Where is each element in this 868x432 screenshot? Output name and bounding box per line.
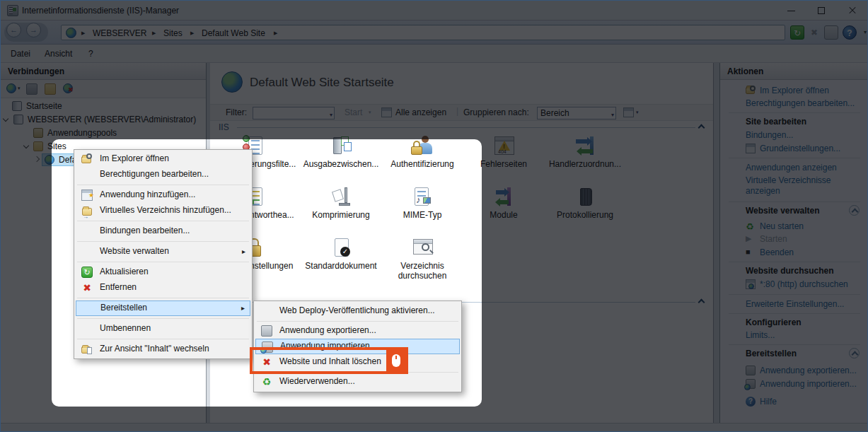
refresh-page-icon[interactable]: ↻ [790,25,804,40]
logging-icon[interactable] [574,186,597,209]
submenu-item-export-application[interactable]: Anwendung exportieren... [255,323,460,339]
tree-item-startseite[interactable]: Startseite [1,100,206,113]
action-start: Starten [760,234,787,244]
tree-item-webserver[interactable]: WEBSERVER (WEBSERVER\Administrator) [1,113,206,127]
action-view-applications[interactable]: Anwendungen anzeigen [746,163,837,173]
import-application-icon [746,379,756,389]
feature-modules[interactable]: Module [461,210,546,220]
collapse-group-icon[interactable] [698,124,705,132]
menu-ansicht[interactable]: Ansicht [45,49,72,59]
compression-icon[interactable] [330,186,353,209]
group-by-select[interactable]: Bereich▾ [537,107,616,119]
view-mode-icon[interactable] [623,107,634,117]
menu-item-remove[interactable]: ✖ Entfernen [76,280,250,296]
help-dropdown-arrow-icon[interactable]: ▾ [858,25,868,40]
section-configure: Konfigurieren [746,317,802,327]
breadcrumb-default-web-site[interactable]: Default Web Site [202,28,265,38]
tree-item-anwendungspools[interactable]: Anwendungspools [1,127,206,140]
expander-icon[interactable] [3,116,8,122]
breadcrumb-sites[interactable]: Sites [163,28,183,38]
collapse-group-icon[interactable] [698,299,705,306]
menu-item-open-explorer[interactable]: Im Explorer öffnen [76,151,250,167]
go-dropdown-icon: ▾ [369,110,371,115]
feature-handler-mappings[interactable]: Handlerzuordnun... [543,159,627,169]
menu-item-refresh[interactable]: ↻ Aktualisieren [76,264,250,280]
breadcrumb-arrow-icon: ▶ [190,30,194,36]
menu-item-add-application[interactable]: ★ Anwendung hinzufügen... [76,187,250,203]
action-bindings[interactable]: Bindungen... [746,130,793,140]
globe-icon [66,28,76,38]
feature-directory-browsing[interactable]: Verzeichnis durchsuchen [380,261,465,281]
start-icon: ▶ [746,234,756,244]
filter-go-button: Start [345,107,362,117]
action-edit-permissions[interactable]: Berechtigungen bearbeiten... [746,98,855,108]
filter-input[interactable]: ▾ [253,107,335,119]
action-view-virtual-dirs[interactable]: Virtuelle Verzeichnisse anzeigen [746,175,859,197]
submenu-item-recycle[interactable]: ♻ Wiederverwenden... [255,374,460,390]
show-all-button[interactable]: Alle anzeigen [395,107,446,117]
menu-item-edit-permissions[interactable]: Berechtigungen bearbeiten... [76,167,250,182]
content-view-icon [81,344,93,355]
annotation-badge [386,350,405,371]
action-import-app[interactable]: Anwendung importieren... [760,379,857,389]
output-caching-icon[interactable] [330,135,353,158]
action-stop[interactable]: Beenden [760,247,794,257]
view-mode-dropdown-icon[interactable]: ▾ [636,110,639,115]
submenu-item-enable-webdeploy[interactable]: Web Deploy-Veröffentlichung aktivieren..… [255,303,460,319]
default-document-icon[interactable]: ✓ [330,237,353,259]
export-application-icon [261,325,272,337]
back-button[interactable]: ← [6,23,21,37]
modules-icon[interactable] [493,186,516,209]
feature-logging[interactable]: Protokollierung [543,210,627,220]
feature-mime-types[interactable]: MIME-Typ [380,210,465,220]
app-icon [7,5,18,16]
authentication-icon[interactable] [412,135,434,158]
mime-types-icon[interactable]: ♪ [412,186,434,209]
breadcrumb-webserver[interactable]: WEBSERVER [93,28,146,38]
action-browse-80[interactable]: *:80 (http) durchsuchen [760,279,848,289]
action-limits[interactable]: Limits... [746,330,775,340]
action-basic-settings[interactable]: Grundeinstellungen... [760,144,840,153]
collapse-section-icon[interactable] [849,205,860,216]
close-button[interactable] [836,1,868,21]
feature-authentication[interactable]: Authentifizierung [380,159,465,169]
feature-output-caching[interactable]: Ausgabezwischen... [299,159,383,169]
error-pages-icon[interactable]: 404 [493,135,516,158]
collapse-section-icon[interactable] [849,348,860,358]
expander-icon[interactable] [23,143,29,148]
action-advanced-settings[interactable]: Erweiterte Einstellungen... [746,299,844,309]
mouse-icon [392,354,400,367]
action-help[interactable]: Hilfe [760,397,777,407]
feature-compression[interactable]: Komprimierung [299,210,383,220]
feature-error-pages[interactable]: Fehlerseiten [461,159,546,169]
minimize-button[interactable] [775,1,807,21]
forward-button[interactable]: → [26,23,41,37]
explorer-search-icon [81,153,93,165]
create-connection-icon[interactable]: ▾ [6,83,18,95]
stop-refresh-icon: ✖ [807,25,821,40]
menu-help[interactable]: ? [88,49,93,59]
action-open-explorer[interactable]: Im Explorer öffnen [760,86,829,95]
menu-item-rename[interactable]: Umbenennen [76,321,250,337]
breadcrumb-arrow-icon: ▶ [152,30,156,36]
menu-item-add-virtual-directory[interactable]: → Virtuelles Verzeichnis hinzufügen... [76,203,250,218]
menu-item-deploy[interactable]: Bereitstellen ▸ [76,300,250,316]
handler-mappings-icon[interactable] [574,135,597,158]
address-bar[interactable]: ▶ WEBSERVER ▶ Sites ▶ Default Web Site ▶ [61,25,785,40]
menu-item-manage-website[interactable]: Website verwalten ▸ [76,244,250,259]
iis-manager-window: Internetinformationsdienste (IIS)-Manage… [0,0,868,432]
disconnect-icon[interactable]: ✖ [63,83,74,95]
menu-item-edit-bindings[interactable]: Bindungen bearbeiten... [76,223,250,239]
directory-browsing-icon[interactable] [412,237,434,259]
menu-datei[interactable]: Datei [11,49,30,59]
expander-icon[interactable] [34,156,40,162]
feature-default-document[interactable]: Standarddokument [299,261,383,271]
action-restart[interactable]: Neu starten [760,221,804,231]
help-icon[interactable]: ? [843,25,857,40]
home-icon[interactable] [824,25,838,40]
title-bar: Internetinformationsdienste (IIS)-Manage… [1,1,867,21]
maximize-button[interactable] [806,1,838,21]
up-level-icon[interactable] [45,83,56,95]
menu-item-switch-content-view[interactable]: Zur Ansicht "Inhalt" wechseln [76,341,250,357]
action-export-app[interactable]: Anwendung exportieren... [760,366,857,375]
